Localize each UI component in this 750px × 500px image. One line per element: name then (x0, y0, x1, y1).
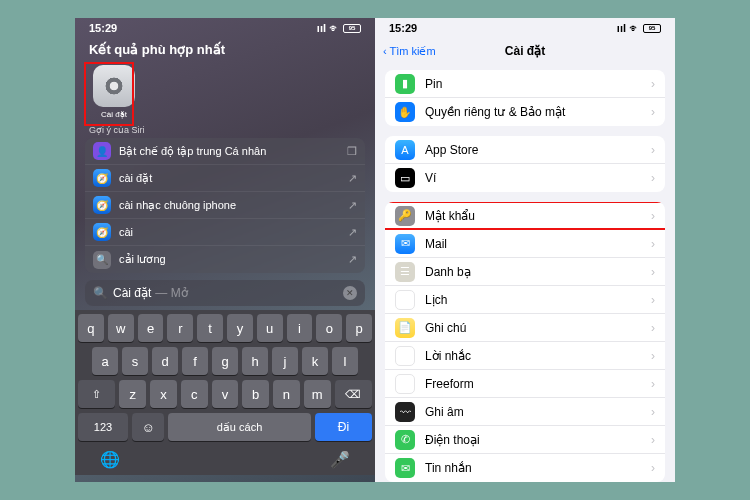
settings-row-quy-n-ri-ng-t-b-o-m-t[interactable]: ✋ Quyền riêng tư & Bảo mật › (385, 98, 665, 126)
suggestion-label: Bật chế độ tập trung Cá nhân (119, 145, 266, 158)
key-r[interactable]: r (167, 314, 193, 342)
settings-row-m-t-kh-u[interactable]: 🔑 Mật khẩu › (385, 202, 665, 230)
settings-group-3: 🔑 Mật khẩu ›✉ Mail ›☰ Danh bạ › Lịch ›📄 … (385, 202, 665, 482)
settings-row-ghi-ch-[interactable]: 📄 Ghi chú › (385, 314, 665, 342)
settings-app-icon (93, 65, 135, 107)
settings-row-l-ch[interactable]: Lịch › (385, 286, 665, 314)
key-i[interactable]: i (287, 314, 313, 342)
search-typed-text: Cài đặt (113, 286, 151, 300)
settings-row-app-store[interactable]: A App Store › (385, 136, 665, 164)
settings-row-pin[interactable]: ▮ Pin › (385, 70, 665, 98)
row-icon: ▮ (395, 74, 415, 94)
key-l[interactable]: l (332, 347, 358, 375)
battery-icon: 95 (343, 24, 361, 33)
gear-icon (101, 73, 127, 99)
row-label: Tin nhắn (425, 461, 472, 475)
clear-icon[interactable]: ✕ (343, 286, 357, 300)
key-a[interactable]: a (92, 347, 118, 375)
spotlight-screen: 15:29 ııl ᯤ 95 Kết quả phù hợp nhất Cài … (75, 18, 375, 482)
settings-row-tin-nh-n[interactable]: ✉ Tin nhắn › (385, 454, 665, 482)
row-label: Lịch (425, 293, 447, 307)
key-h[interactable]: h (242, 347, 268, 375)
arrow-icon: ↗ (348, 253, 357, 266)
key-s[interactable]: s (122, 347, 148, 375)
settings-row-ghi-m[interactable]: 〰 Ghi âm › (385, 398, 665, 426)
delete-key[interactable]: ⌫ (335, 380, 372, 408)
back-button[interactable]: ‹ Tìm kiếm (383, 45, 436, 58)
settings-row-l-i-nh-c[interactable]: • Lời nhắc › (385, 342, 665, 370)
key-p[interactable]: p (346, 314, 372, 342)
key-w[interactable]: w (108, 314, 134, 342)
row-icon: ✋ (395, 102, 415, 122)
settings-row-v-[interactable]: ▭ Ví › (385, 164, 665, 192)
chevron-right-icon: › (651, 293, 655, 307)
search-field-row: 🔍 Cài đặt — Mở ✕ (75, 273, 375, 310)
key-o[interactable]: o (316, 314, 342, 342)
settings-group-1: ▮ Pin ›✋ Quyền riêng tư & Bảo mật › (385, 70, 665, 126)
globe-icon[interactable]: 🌐 (100, 450, 120, 469)
chevron-right-icon: › (651, 265, 655, 279)
screenshot-pair: 15:29 ııl ᯤ 95 Kết quả phù hợp nhất Cài … (75, 18, 675, 482)
key-z[interactable]: z (119, 380, 146, 408)
key-c[interactable]: c (181, 380, 208, 408)
row-label: Ghi âm (425, 405, 464, 419)
row-icon: A (395, 140, 415, 160)
suggestion-label: cài đặt (119, 172, 152, 185)
settings-row-mail[interactable]: ✉ Mail › (385, 230, 665, 258)
row-label: Ghi chú (425, 321, 466, 335)
space-key[interactable]: dấu cách (168, 413, 311, 441)
row-icon: 〰 (395, 402, 415, 422)
status-icons: ııl ᯤ 95 (617, 22, 661, 34)
top-result-app[interactable]: Cài đặt (87, 65, 141, 119)
suggestion-item[interactable]: 🧭 cài ↗ (85, 219, 365, 246)
settings-row-freeform[interactable]: ✎ Freeform › (385, 370, 665, 398)
status-bar: 15:29 ııl ᯤ 95 (75, 18, 375, 38)
key-x[interactable]: x (150, 380, 177, 408)
emoji-key[interactable]: ☺ (132, 413, 164, 441)
key-f[interactable]: f (182, 347, 208, 375)
search-input[interactable]: 🔍 Cài đặt — Mở ✕ (85, 280, 365, 306)
key-y[interactable]: y (227, 314, 253, 342)
nav-bar: ‹ Tìm kiếm Cài đặt (375, 38, 675, 64)
row-label: Điện thoại (425, 433, 480, 447)
key-u[interactable]: u (257, 314, 283, 342)
safari-icon: 🧭 (93, 196, 111, 214)
row-label: Freeform (425, 377, 474, 391)
suggestion-item[interactable]: 🧭 cài nhạc chuông iphone ↗ (85, 192, 365, 219)
key-j[interactable]: j (272, 347, 298, 375)
key-b[interactable]: b (242, 380, 269, 408)
top-hits-header: Kết quả phù hợp nhất (75, 38, 375, 63)
arrow-icon: ↗ (348, 226, 357, 239)
key-m[interactable]: m (304, 380, 331, 408)
key-d[interactable]: d (152, 347, 178, 375)
chevron-right-icon: › (651, 377, 655, 391)
chevron-right-icon: › (651, 209, 655, 223)
suggestion-item[interactable]: 🔍 cải lương ↗ (85, 246, 365, 273)
suggestion-item[interactable]: 👤 Bật chế độ tập trung Cá nhân ❒ (85, 138, 365, 165)
row-icon: ✉ (395, 234, 415, 254)
suggestion-list: 👤 Bật chế độ tập trung Cá nhân ❒🧭 cài đặ… (75, 138, 375, 273)
numbers-key[interactable]: 123 (78, 413, 128, 441)
key-t[interactable]: t (197, 314, 223, 342)
settings-group-2: A App Store ›▭ Ví › (385, 136, 665, 192)
row-label: Ví (425, 171, 436, 185)
key-n[interactable]: n (273, 380, 300, 408)
arrow-icon: ↗ (348, 172, 357, 185)
key-g[interactable]: g (212, 347, 238, 375)
key-e[interactable]: e (138, 314, 164, 342)
suggestion-label: cài (119, 226, 133, 238)
keyboard: qwertyuiop asdfghjkl ⇧zxcvbnm⌫ 123 ☺ dấu… (75, 310, 375, 475)
go-key[interactable]: Đi (315, 413, 372, 441)
key-q[interactable]: q (78, 314, 104, 342)
row-label: App Store (425, 143, 478, 157)
settings-row-danh-b-[interactable]: ☰ Danh bạ › (385, 258, 665, 286)
mic-icon[interactable]: 🎤 (330, 450, 350, 469)
chevron-right-icon: › (651, 349, 655, 363)
settings-row--i-n-tho-i[interactable]: ✆ Điện thoại › (385, 426, 665, 454)
suggestion-label: cài nhạc chuông iphone (119, 199, 236, 212)
key-v[interactable]: v (212, 380, 239, 408)
key-k[interactable]: k (302, 347, 328, 375)
shift-key[interactable]: ⇧ (78, 380, 115, 408)
suggestion-item[interactable]: 🧭 cài đặt ↗ (85, 165, 365, 192)
chevron-right-icon: › (651, 143, 655, 157)
